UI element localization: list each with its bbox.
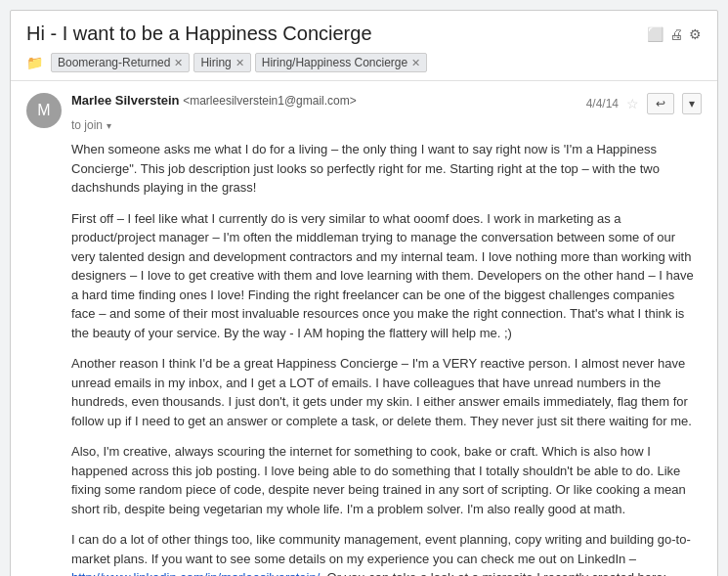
message-meta: Marlee Silverstein <marleesilverstein1@g… — [71, 93, 702, 114]
tag-label: Hiring/Happiness Concierge — [262, 56, 407, 69]
header-icons: ⬜ 🖨 ⚙ — [647, 26, 702, 42]
tag-hiring-happiness[interactable]: Hiring/Happiness Concierge ✕ — [255, 53, 427, 72]
folder-icon: 📁 — [26, 55, 43, 70]
avatar-initial: M — [37, 102, 50, 119]
email-subject: Hi - I want to be a Happiness Concierge — [26, 22, 372, 45]
tag-close-boomerang[interactable]: ✕ — [174, 57, 183, 69]
message-wrapper: M Marlee Silverstein <marleesilverstein1… — [11, 81, 717, 576]
message-body: When someone asks me what I do for a liv… — [71, 140, 702, 576]
settings-icon[interactable]: ⚙ — [689, 26, 702, 42]
message-actions: 4/4/14 ☆ ↩ ▾ — [586, 93, 702, 114]
sender-email: <marleesilverstein1@gmail.com> — [183, 94, 357, 108]
body-paragraph-3: Another reason I think I'd be a great Ha… — [71, 354, 702, 430]
to-line: to join ▾ — [71, 118, 702, 132]
sender-info: Marlee Silverstein <marleesilverstein1@g… — [71, 93, 586, 108]
message-date: 4/4/14 — [586, 97, 619, 111]
tag-boomerang[interactable]: Boomerang-Returned ✕ — [51, 53, 190, 72]
sender-name: Marlee Silverstein — [71, 93, 180, 108]
reply-button[interactable]: ↩ — [647, 93, 674, 114]
tag-close-hiring[interactable]: ✕ — [236, 57, 244, 69]
message-content: Marlee Silverstein <marleesilverstein1@g… — [71, 93, 702, 576]
more-options-button[interactable]: ▾ — [682, 93, 702, 114]
body-paragraph-2: First off – I feel like what I currently… — [71, 209, 702, 343]
email-container: Hi - I want to be a Happiness Concierge … — [10, 10, 718, 576]
to-label: to join — [71, 118, 103, 132]
print-icon[interactable]: 🖨 — [669, 26, 683, 42]
tag-hiring[interactable]: Hiring ✕ — [193, 53, 250, 72]
star-icon[interactable]: ☆ — [626, 96, 639, 111]
to-dropdown[interactable]: ▾ — [107, 120, 111, 131]
email-header: Hi - I want to be a Happiness Concierge … — [11, 11, 717, 81]
new-window-icon[interactable]: ⬜ — [647, 26, 664, 42]
tag-close-hiring-happiness[interactable]: ✕ — [411, 57, 420, 69]
avatar-area: M — [26, 93, 62, 576]
avatar: M — [26, 93, 62, 128]
body-paragraph-1: When someone asks me what I do for a liv… — [71, 140, 702, 198]
body-paragraph-4: Also, I'm creative, always scouring the … — [71, 442, 702, 518]
tag-label: Hiring — [200, 56, 231, 69]
tag-label: Boomerang-Returned — [58, 56, 170, 69]
tags-row: 📁 Boomerang-Returned ✕ Hiring ✕ Hiring/H… — [26, 53, 702, 72]
body-paragraph-5: I can do a lot of other things too, like… — [71, 530, 702, 576]
linkedin-link[interactable]: http://www.linkedin.com/in/marleesilvers… — [71, 570, 320, 576]
